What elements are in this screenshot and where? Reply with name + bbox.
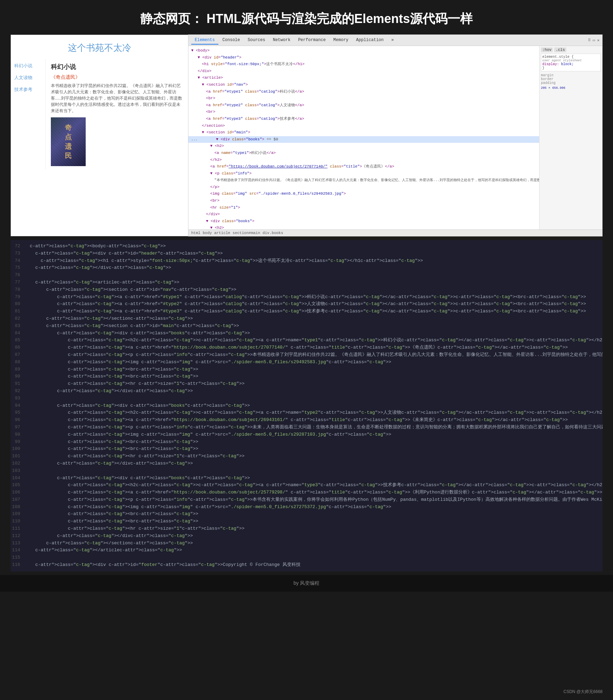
code-line: 105 c-attr">class="c-tag"><h2c-attr">cla…: [10, 482, 603, 489]
dom-line-img1: <img class="img" src="./spider-men5.0_fi…: [188, 190, 539, 197]
line-code: c-attr">class="c-tag"><h2c-attr">class="…: [24, 482, 603, 489]
rule-close: }: [542, 66, 599, 70]
book-title-link[interactable]: 《奇点遗民》: [51, 74, 80, 80]
code-line: 76: [10, 272, 603, 279]
code-line: 73 c-attr">class="c-tag"><div c-attr">id…: [10, 250, 603, 257]
csdn-badge-text: CSDN @大师兄6668: [564, 689, 603, 694]
code-line: 81 c-attr">class="c-tag"><a c-attr">href…: [10, 308, 603, 315]
dom-line-p-info-open: ▼ <p class="info">: [188, 170, 539, 177]
tab-console[interactable]: Console: [219, 36, 243, 45]
code-line: 99 c-attr">class="c-tag"><brc-attr">clas…: [10, 438, 603, 446]
code-line: 90 c-attr">class="c-tag"><brc-attr">clas…: [10, 373, 603, 380]
line-code: c-attr">class="c-tag"></sectionc-attr">c…: [24, 540, 603, 547]
line-code: c-attr">class="c-tag"><brc-attr">class="…: [24, 373, 603, 380]
element-style-block: element.style { user agent stylesheet di…: [541, 54, 601, 71]
section-heading: 科幻小说: [51, 63, 183, 71]
line-number: 91: [10, 380, 24, 388]
dom-line-p-info-text: "本书精选收录了刘宇昆的科幻佳作共22篇。《奇点遗民》融入了科幻艺术吸引人的几大…: [188, 177, 539, 184]
line-code: c-attr">class="c-tag"><p c-attr">class="…: [24, 424, 603, 431]
dom-line-a-book1: <a href="https://book.douban.com/subject…: [188, 163, 539, 170]
dom-line-div-books-selected[interactable]: ... ▼ <div class="books"> == $0: [188, 136, 539, 143]
breadcrumb-text: html body article section#main div.books: [191, 231, 283, 235]
tab-network[interactable]: Network: [269, 36, 294, 45]
line-number: 84: [10, 330, 24, 337]
footer-text: by 风变编程: [294, 580, 320, 586]
code-line: 84 c-attr">class="c-tag"><div c-attr">cl…: [10, 330, 603, 337]
code-line: 112 c-attr">class="c-tag"></divc-attr">c…: [10, 532, 603, 540]
line-number: 112: [10, 532, 24, 540]
tab-more[interactable]: »: [388, 36, 397, 45]
code-line: 107 c-attr">class="c-tag"><p c-attr">cla…: [10, 496, 603, 504]
dom-line-header-open: ▼ <div id="header">: [188, 54, 539, 61]
line-code: c-attr">class="c-tag"></divc-attr">class…: [24, 264, 603, 272]
code-line: 79 c-attr">class="c-tag"><a c-attr">href…: [10, 294, 603, 301]
line-number: 109: [10, 511, 24, 518]
line-number: 116: [10, 561, 24, 569]
code-line: 110 c-attr">class="c-tag"><brc-attr">cla…: [10, 518, 603, 525]
dom-line-hr1: <hr size="1">: [188, 204, 539, 211]
nav-link-tech[interactable]: 技术参考: [14, 86, 42, 93]
code-line: 88 c-attr">class="c-tag"><img c-attr">cl…: [10, 359, 603, 366]
dom-line-nav-a3: <a href="#type3" class="catlog">技术参考</a>: [188, 116, 539, 123]
line-code: c-attr">class="c-tag"><h2c-attr">class="…: [24, 337, 603, 344]
close-icon[interactable]: ✕: [597, 38, 599, 42]
line-number: 89: [10, 366, 24, 373]
line-number: 92: [10, 388, 24, 395]
border-label: border: [541, 77, 601, 81]
device-icon[interactable]: ▭: [593, 38, 595, 42]
tab-elements[interactable]: Elements: [191, 36, 218, 45]
line-number: 75: [10, 264, 24, 272]
line-number: 74: [10, 257, 24, 265]
code-line: 94 c-attr">class="c-tag"><div c-attr">cl…: [10, 402, 603, 410]
line-code: c-attr">class="c-tag"></divc-attr">class…: [24, 460, 603, 467]
line-number: 111: [10, 525, 24, 532]
line-code: c-attr">class="c-tag"><a c-attr">href="h…: [24, 489, 603, 496]
code-line: 108 c-attr">class="c-tag"><img c-attr">c…: [10, 504, 603, 511]
code-line: 104 c-attr">class="c-tag"><div c-attr">c…: [10, 475, 603, 482]
code-line: 82 c-attr">class="c-tag"></sectionc-attr…: [10, 315, 603, 322]
dom-line-h2b-open: ▼ <h2>: [188, 225, 539, 230]
code-line: 98 c-attr">class="c-tag"><img c-attr">cl…: [10, 431, 603, 438]
code-line: 83 c-attr">class="c-tag"><section c-attr…: [10, 322, 603, 330]
line-code: c-attr">class="c-tag"><articlec-attr">cl…: [24, 279, 603, 286]
code-line: 85 c-attr">class="c-tag"><h2c-attr">clas…: [10, 337, 603, 344]
tab-memory[interactable]: Memory: [330, 36, 352, 45]
line-number: 101: [10, 453, 24, 460]
line-number: 85: [10, 337, 24, 344]
styles-filter-bar: :hov .cls: [541, 47, 601, 52]
dom-line-section-main: ▼ <section id="main">: [188, 129, 539, 136]
code-line: 109 c-attr">class="c-tag"><brc-attr">cla…: [10, 511, 603, 518]
line-number: 114: [10, 547, 24, 554]
page-wrapper: 静态网页： HTML源代码与渲染完成的Elements源代码一样 这个书苑不太冷…: [0, 0, 613, 592]
devtools-breadcrumb: html body article section#main div.books: [188, 230, 602, 236]
hov-filter[interactable]: :hov: [541, 47, 553, 52]
line-code: [24, 467, 603, 475]
tab-application[interactable]: Application: [352, 36, 387, 45]
inspect-icon[interactable]: ⠿: [588, 38, 591, 42]
code-line: 80 c-attr">class="c-tag"><a c-attr">href…: [10, 301, 603, 308]
line-number: 98: [10, 431, 24, 438]
line-code: c-attr">class="c-tag"><a c-attr">href="#…: [24, 308, 603, 315]
margin-label: margin: [541, 73, 601, 77]
line-number: 110: [10, 518, 24, 525]
tab-sources[interactable]: Sources: [244, 36, 269, 45]
page-title: 静态网页： HTML源代码与渲染完成的Elements源代码一样: [0, 0, 613, 34]
line-number: 104: [10, 475, 24, 482]
dom-line-h2-open: ▼ <h2>: [188, 143, 539, 150]
code-line: 87 c-attr">class="c-tag"><p c-attr">clas…: [10, 351, 603, 359]
line-number: 77: [10, 279, 24, 286]
nav-link-humanities[interactable]: 人文读物: [14, 75, 42, 81]
cls-filter[interactable]: .cls: [554, 47, 566, 52]
top-section: 这个书苑不太冷 科幻小说 人文读物 技术参考 科幻小说 《奇点遗民》 本书精选收…: [0, 34, 613, 236]
devtools-dom-tree[interactable]: ▼ <body> ▼ <div id="header"> <h1 style="…: [188, 46, 540, 230]
code-line: 102 c-attr">class="c-tag"></divc-attr">c…: [10, 460, 603, 467]
devtools-toolbar: Elements Console Sources Network Perform…: [188, 35, 602, 46]
line-number: 105: [10, 482, 24, 489]
tab-performance[interactable]: Performance: [295, 36, 329, 45]
nav-link-scifi[interactable]: 科幻小说: [14, 63, 42, 69]
line-number: 90: [10, 373, 24, 380]
webpage-main: 科幻小说 《奇点遗民》 本书精选收录了刘宇昆的科幻佳作共22篇。《奇点遗民》融入…: [46, 59, 188, 170]
line-code: c-attr">class="c-tag"><a c-attr">href="#…: [24, 301, 603, 308]
line-number: 88: [10, 359, 24, 366]
devtools-panel: Elements Console Sources Network Perform…: [188, 34, 603, 236]
